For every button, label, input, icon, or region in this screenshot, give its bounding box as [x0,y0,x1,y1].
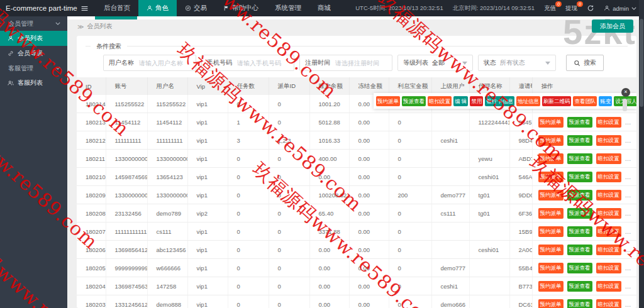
phone-search-input[interactable] [236,59,289,67]
reserve-dispatch-button[interactable]: 预约派单 [538,135,564,146]
hidden-deduct-button[interactable]: 暗扣设置 [596,135,621,146]
dispatch-view-button[interactable]: 预派查看 [567,226,592,237]
disable-button[interactable]: 禁用 [470,96,483,106]
reserve-dispatch-button[interactable]: 预约派单 [538,245,564,255]
hidden-deduct-button[interactable]: 暗扣设置 [596,153,621,164]
hidden-deduct-button[interactable]: 暗扣设置 [596,172,621,182]
reserve-dispatch-button[interactable]: 预约派单 [538,226,564,237]
dispatch-view-button[interactable]: 预派查看 [567,208,592,219]
cell-actions: 预约派单预派查看暗扣设置… [532,223,636,241]
close-icon[interactable]: × [621,88,630,97]
more-actions[interactable]: … [625,210,631,217]
sidebar-item-service-list[interactable]: 客服列表 [0,75,67,91]
reserve-dispatch-button[interactable]: 预约派单 [538,172,564,182]
status-select[interactable]: 状态所有状态 [478,55,556,71]
more-actions[interactable]: … [625,137,631,144]
dispatch-view-button[interactable]: 预派查看 [567,172,592,182]
dispatch-view-button[interactable]: 预派查看 [567,190,592,201]
dispatch-view-button[interactable]: 预派查看 [567,299,592,308]
username-search-input[interactable] [138,59,191,67]
bank-card-button[interactable]: 银行卡信息 [485,96,514,106]
cell-agent-name: tg01 [469,186,509,204]
hidden-deduct-button[interactable]: 暗扣设置 [596,245,621,255]
dispatch-view-button[interactable]: 预派查看 [402,96,426,106]
column-header: 冻结金额 [349,77,389,95]
view-team-button[interactable]: 查看团队 [573,96,597,106]
reserve-dispatch-button[interactable]: 预约派单 [538,117,564,128]
cell-tasks: 0 [228,295,269,308]
hidden-deduct-button[interactable]: 暗扣设置 [596,117,621,128]
recharge-link[interactable]: 充值0 [544,4,556,13]
exchange-icon [185,5,191,11]
reserve-dispatch-button[interactable]: 预约派单 [376,96,400,106]
more-actions[interactable]: … [625,119,631,126]
column-header: 账户余额 [309,77,349,95]
reserve-dispatch-button[interactable]: 预约派单 [538,281,564,292]
more-actions[interactable]: … [625,228,631,235]
more-actions[interactable]: … [625,192,631,199]
reserve-dispatch-button[interactable]: 预约派单 [538,263,564,273]
user-menu[interactable]: admin [604,5,636,12]
dispatch-view-button[interactable]: 预派查看 [567,281,592,292]
sidebar-group-member-management[interactable]: 会员管理 [0,16,67,31]
search-button[interactable]: 搜索 [566,55,604,71]
menu-toggle-icon[interactable] [74,4,96,13]
table-row: 180212111111111111111111vip131,2,31016.3… [77,131,636,150]
level-select[interactable]: 等级列表全部 [397,55,473,71]
hidden-deduct-button[interactable]: 暗扣设置 [596,208,621,219]
sidebar-item-member-list[interactable]: 会员列表 [0,31,67,46]
hidden-deduct-button[interactable]: 暗扣设置 [596,190,621,201]
address-button[interactable]: 地址信息 [516,96,540,106]
reserve-dispatch-button[interactable]: 预约派单 [538,153,564,164]
reserve-dispatch-button[interactable]: 预约派单 [538,208,564,219]
nav-dashboard[interactable]: 后台首页 [96,0,138,16]
select-value: 所有状态 [500,58,539,67]
add-member-button[interactable]: 添加会员 [592,19,633,33]
search-form: 用户名称手机号码注册时间等级列表全部状态所有状态搜索 [103,55,628,71]
search-fieldset: 条件搜索 用户名称手机号码注册时间等级列表全部状态所有状态搜索 [86,46,628,71]
hidden-deduct-button[interactable]: 暗扣设置 [596,226,621,237]
active-tab-indicator[interactable] [95,16,137,19]
nav-system[interactable]: 系统管理 [267,0,309,16]
dispatch-view-button[interactable]: 预派查看 [567,117,592,128]
cell-parent-user: ceshi1 [431,277,469,295]
page-scrollbar-thumb[interactable] [640,19,643,107]
hidden-deduct-button[interactable]: 暗扣设置 [428,96,452,106]
panel-scrollbar-thumb[interactable] [623,99,627,111]
page-scrollbar[interactable] [639,0,644,308]
more-actions[interactable]: … [625,265,631,272]
refresh-icon[interactable] [587,4,594,12]
reserve-dispatch-button[interactable]: 预约派单 [538,190,564,201]
hidden-deduct-button[interactable]: 暗扣设置 [596,281,621,292]
table-row: 1802091330000000213300000002vip100100208… [77,186,636,204]
more-actions[interactable]: … [625,283,631,290]
nav-role[interactable]: 角色 [138,0,177,16]
hidden-deduct-button[interactable]: 暗扣设置 [596,263,621,273]
sidebar-group-service-management[interactable]: 客服管理 [0,61,67,75]
search-legend: 条件搜索 [91,42,127,51]
nav-mall[interactable]: 商城 [309,0,339,16]
dispatch-view-button[interactable]: 预派查看 [567,153,592,164]
nav-label: 后台首页 [104,4,130,13]
cell-parent-user: cs111 [431,204,469,223]
more-actions[interactable]: … [625,301,631,308]
dispatch-view-button[interactable]: 预派查看 [567,263,592,273]
refresh-qrcode-button[interactable]: 刷新二维码 [542,96,572,106]
edit-button[interactable]: 编 辑 [453,96,468,106]
withdraw-link[interactable]: 提现0 [565,4,577,13]
nav-help[interactable]: 帮助中心 [215,0,267,16]
register-time-input[interactable] [334,59,387,67]
more-actions[interactable]: … [625,155,631,162]
cell-vip: vip1 [187,259,228,277]
hidden-deduct-button[interactable]: 暗扣设置 [596,299,621,308]
more-actions[interactable]: … [625,173,631,180]
reserve-dispatch-button[interactable]: 预约派单 [538,299,564,308]
sidebar-item-member-level[interactable]: 会员等级 [0,46,67,61]
more-actions[interactable]: … [625,246,631,253]
nav-trade[interactable]: 交易 [177,0,215,16]
dispatch-view-button[interactable]: 预派查看 [567,135,592,146]
balance-change-button[interactable]: 账变 [599,96,612,106]
dispatch-view-button[interactable]: 预派查看 [567,245,592,255]
breadcrumb-icon: ≫ [77,23,84,30]
cell-account: 13300000002 [106,186,147,204]
